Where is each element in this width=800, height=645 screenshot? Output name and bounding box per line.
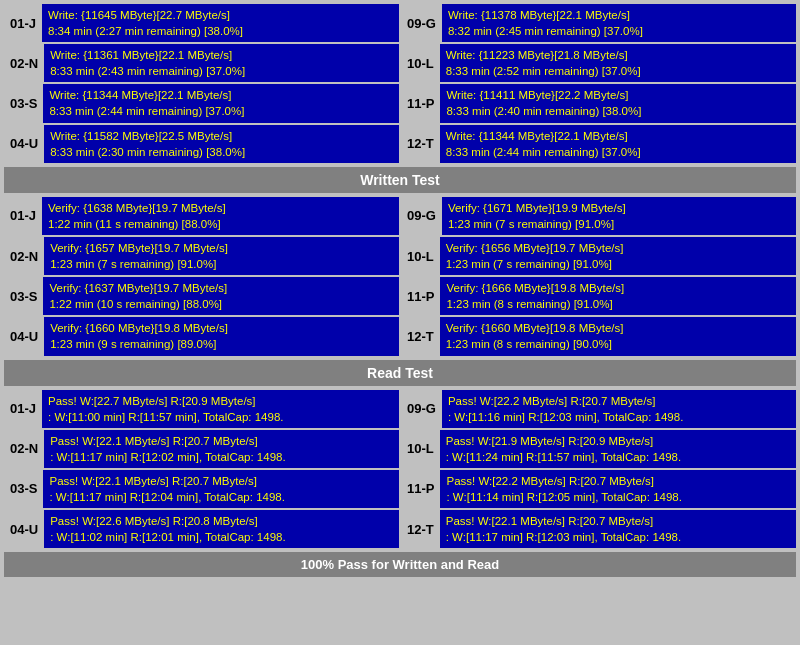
- read-rows: 01-JPass! W:[22.7 MByte/s] R:[20.9 MByte…: [4, 390, 796, 549]
- cell-02-N: 02-NVerify: {1657 MByte}[19.7 MByte/s]1:…: [4, 237, 399, 275]
- device-id-11-P: 11-P: [401, 470, 440, 508]
- row-2: 03-SVerify: {1637 MByte}[19.7 MByte/s]1:…: [4, 277, 796, 315]
- cell-line1: Verify: {1657 MByte}[19.7 MByte/s]: [50, 240, 393, 256]
- cell-10-L: 10-LWrite: {11223 MByte}[21.8 MByte/s]8:…: [401, 44, 796, 82]
- cell-content-10-L: Verify: {1656 MByte}[19.7 MByte/s]1:23 m…: [440, 237, 796, 275]
- cell-12-T: 12-TVerify: {1660 MByte}[19.8 MByte/s]1:…: [401, 317, 796, 355]
- cell-03-S: 03-SPass! W:[22.1 MByte/s] R:[20.7 MByte…: [4, 470, 399, 508]
- device-id-04-U: 04-U: [4, 317, 44, 355]
- row-0: 01-JWrite: {11645 MByte}[22.7 MByte/s]8:…: [4, 4, 796, 42]
- cell-line1: Write: {11378 MByte}[22.1 MByte/s]: [448, 7, 790, 23]
- cell-04-U: 04-UPass! W:[22.6 MByte/s] R:[20.8 MByte…: [4, 510, 399, 548]
- cell-content-03-S: Write: {11344 MByte}[22.1 MByte/s]8:33 m…: [43, 84, 399, 122]
- cell-line2: 8:33 min (2:43 min remaining) [37.0%]: [50, 63, 393, 79]
- cell-line1: Pass! W:[22.7 MByte/s] R:[20.9 MByte/s]: [48, 393, 393, 409]
- cell-02-N: 02-NWrite: {11361 MByte}[22.1 MByte/s]8:…: [4, 44, 399, 82]
- cell-line2: 8:32 min (2:45 min remaining) [37.0%]: [448, 23, 790, 39]
- cell-content-04-U: Write: {11582 MByte}[22.5 MByte/s]8:33 m…: [44, 125, 399, 163]
- cell-line2: 1:23 min (9 s remaining) [89.0%]: [50, 336, 393, 352]
- cell-line1: Verify: {1637 MByte}[19.7 MByte/s]: [49, 280, 393, 296]
- cell-content-02-N: Verify: {1657 MByte}[19.7 MByte/s]1:23 m…: [44, 237, 399, 275]
- cell-line1: Write: {11582 MByte}[22.5 MByte/s]: [50, 128, 393, 144]
- row-3: 04-UVerify: {1660 MByte}[19.8 MByte/s]1:…: [4, 317, 796, 355]
- device-id-09-G: 09-G: [401, 4, 442, 42]
- row-2: 03-SPass! W:[22.1 MByte/s] R:[20.7 MByte…: [4, 470, 796, 508]
- device-id-03-S: 03-S: [4, 470, 43, 508]
- row-3: 04-UWrite: {11582 MByte}[22.5 MByte/s]8:…: [4, 125, 796, 163]
- cell-line1: Verify: {1666 MByte}[19.8 MByte/s]: [446, 280, 790, 296]
- device-id-02-N: 02-N: [4, 430, 44, 468]
- cell-11-P: 11-PVerify: {1666 MByte}[19.8 MByte/s]1:…: [401, 277, 796, 315]
- cell-content-12-T: Pass! W:[22.1 MByte/s] R:[20.7 MByte/s]:…: [440, 510, 796, 548]
- device-id-10-L: 10-L: [401, 237, 440, 275]
- device-id-09-G: 09-G: [401, 197, 442, 235]
- cell-content-09-G: Verify: {1671 MByte}[19.9 MByte/s]1:23 m…: [442, 197, 796, 235]
- cell-09-G: 09-GVerify: {1671 MByte}[19.9 MByte/s]1:…: [401, 197, 796, 235]
- cell-line1: Verify: {1656 MByte}[19.7 MByte/s]: [446, 240, 790, 256]
- device-id-11-P: 11-P: [401, 84, 440, 122]
- cell-line2: 1:23 min (7 s remaining) [91.0%]: [50, 256, 393, 272]
- cell-line2: 1:23 min (8 s remaining) [90.0%]: [446, 336, 790, 352]
- cell-content-04-U: Pass! W:[22.6 MByte/s] R:[20.8 MByte/s]:…: [44, 510, 399, 548]
- cell-line1: Write: {11344 MByte}[22.1 MByte/s]: [49, 87, 393, 103]
- cell-01-J: 01-JPass! W:[22.7 MByte/s] R:[20.9 MByte…: [4, 390, 399, 428]
- cell-line2: : W:[11:17 min] R:[12:03 min], TotalCap:…: [446, 529, 790, 545]
- verify-rows: 01-JVerify: {1638 MByte}[19.7 MByte/s]1:…: [4, 197, 796, 356]
- cell-line1: Verify: {1638 MByte}[19.7 MByte/s]: [48, 200, 393, 216]
- write-rows: 01-JWrite: {11645 MByte}[22.7 MByte/s]8:…: [4, 4, 796, 163]
- cell-line1: Write: {11645 MByte}[22.7 MByte/s]: [48, 7, 393, 23]
- cell-content-01-J: Verify: {1638 MByte}[19.7 MByte/s]1:22 m…: [42, 197, 399, 235]
- cell-content-11-P: Write: {11411 MByte}[22.2 MByte/s]8:33 m…: [440, 84, 796, 122]
- cell-content-11-P: Verify: {1666 MByte}[19.8 MByte/s]1:23 m…: [440, 277, 796, 315]
- device-id-01-J: 01-J: [4, 197, 42, 235]
- cell-content-12-T: Write: {11344 MByte}[22.1 MByte/s]8:33 m…: [440, 125, 796, 163]
- cell-content-03-S: Pass! W:[22.1 MByte/s] R:[20.7 MByte/s]:…: [43, 470, 399, 508]
- cell-02-N: 02-NPass! W:[22.1 MByte/s] R:[20.7 MByte…: [4, 430, 399, 468]
- main-container: 01-JWrite: {11645 MByte}[22.7 MByte/s]8:…: [0, 0, 800, 581]
- cell-line2: 1:22 min (11 s remaining) [88.0%]: [48, 216, 393, 232]
- cell-11-P: 11-PWrite: {11411 MByte}[22.2 MByte/s]8:…: [401, 84, 796, 122]
- device-id-01-J: 01-J: [4, 390, 42, 428]
- device-id-12-T: 12-T: [401, 317, 440, 355]
- cell-line2: 8:33 min (2:30 min remaining) [38.0%]: [50, 144, 393, 160]
- cell-line1: Pass! W:[22.1 MByte/s] R:[20.7 MByte/s]: [446, 513, 790, 529]
- cell-content-10-L: Write: {11223 MByte}[21.8 MByte/s]8:33 m…: [440, 44, 796, 82]
- cell-content-02-N: Write: {11361 MByte}[22.1 MByte/s]8:33 m…: [44, 44, 399, 82]
- row-1: 02-NVerify: {1657 MByte}[19.7 MByte/s]1:…: [4, 237, 796, 275]
- cell-line1: Pass! W:[22.1 MByte/s] R:[20.7 MByte/s]: [49, 473, 393, 489]
- device-id-01-J: 01-J: [4, 4, 42, 42]
- cell-09-G: 09-GWrite: {11378 MByte}[22.1 MByte/s]8:…: [401, 4, 796, 42]
- cell-line2: 8:33 min (2:52 min remaining) [37.0%]: [446, 63, 790, 79]
- cell-line2: 1:22 min (10 s remaining) [88.0%]: [49, 296, 393, 312]
- cell-line2: : W:[11:16 min] R:[12:03 min], TotalCap:…: [448, 409, 790, 425]
- cell-line2: : W:[11:14 min] R:[12:05 min], TotalCap:…: [446, 489, 790, 505]
- cell-line1: Pass! W:[22.1 MByte/s] R:[20.7 MByte/s]: [50, 433, 393, 449]
- cell-line1: Pass! W:[21.9 MByte/s] R:[20.9 MByte/s]: [446, 433, 790, 449]
- row-1: 02-NWrite: {11361 MByte}[22.1 MByte/s]8:…: [4, 44, 796, 82]
- device-id-02-N: 02-N: [4, 44, 44, 82]
- cell-line2: : W:[11:00 min] R:[11:57 min], TotalCap:…: [48, 409, 393, 425]
- cell-03-S: 03-SVerify: {1637 MByte}[19.7 MByte/s]1:…: [4, 277, 399, 315]
- cell-line2: : W:[11:17 min] R:[12:02 min], TotalCap:…: [50, 449, 393, 465]
- cell-12-T: 12-TPass! W:[22.1 MByte/s] R:[20.7 MByte…: [401, 510, 796, 548]
- verify-section: 01-JVerify: {1638 MByte}[19.7 MByte/s]1:…: [4, 197, 796, 356]
- device-id-10-L: 10-L: [401, 430, 440, 468]
- footer: 100% Pass for Written and Read: [4, 552, 796, 577]
- cell-03-S: 03-SWrite: {11344 MByte}[22.1 MByte/s]8:…: [4, 84, 399, 122]
- device-id-10-L: 10-L: [401, 44, 440, 82]
- cell-content-01-J: Pass! W:[22.7 MByte/s] R:[20.9 MByte/s]:…: [42, 390, 399, 428]
- cell-01-J: 01-JWrite: {11645 MByte}[22.7 MByte/s]8:…: [4, 4, 399, 42]
- cell-line2: : W:[11:24 min] R:[11:57 min], TotalCap:…: [446, 449, 790, 465]
- cell-line2: 8:33 min (2:44 min remaining) [37.0%]: [446, 144, 790, 160]
- device-id-03-S: 03-S: [4, 277, 43, 315]
- cell-content-09-G: Write: {11378 MByte}[22.1 MByte/s]8:32 m…: [442, 4, 796, 42]
- cell-01-J: 01-JVerify: {1638 MByte}[19.7 MByte/s]1:…: [4, 197, 399, 235]
- cell-line2: : W:[11:17 min] R:[12:04 min], TotalCap:…: [49, 489, 393, 505]
- cell-10-L: 10-LPass! W:[21.9 MByte/s] R:[20.9 MByte…: [401, 430, 796, 468]
- cell-content-09-G: Pass! W:[22.2 MByte/s] R:[20.7 MByte/s]:…: [442, 390, 796, 428]
- read-test-header: Read Test: [4, 360, 796, 386]
- cell-line2: 8:33 min (2:40 min remaining) [38.0%]: [446, 103, 790, 119]
- cell-line2: : W:[11:02 min] R:[12:01 min], TotalCap:…: [50, 529, 393, 545]
- cell-content-12-T: Verify: {1660 MByte}[19.8 MByte/s]1:23 m…: [440, 317, 796, 355]
- device-id-12-T: 12-T: [401, 125, 440, 163]
